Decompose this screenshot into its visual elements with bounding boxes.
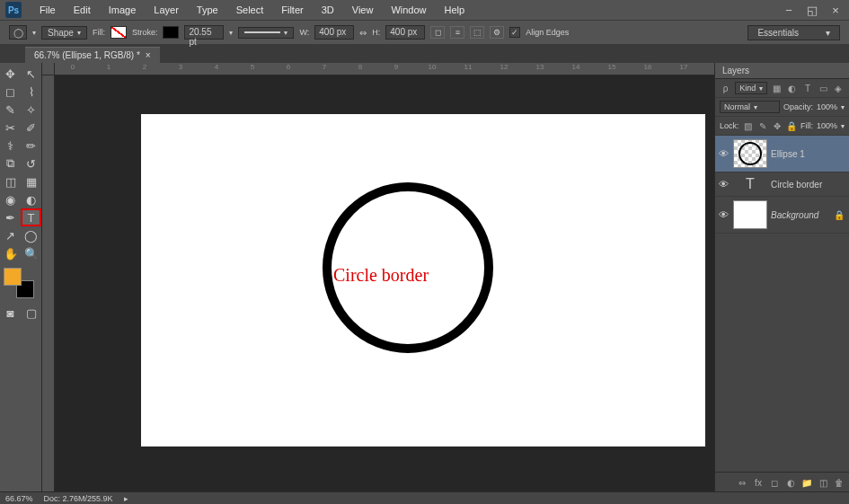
clone-tool[interactable]: ⧉: [0, 155, 21, 172]
dodge-tool[interactable]: ◐: [21, 190, 41, 208]
blend-mode-dropdown[interactable]: Normal: [720, 101, 780, 113]
layer-name[interactable]: Background: [771, 210, 829, 220]
hand-tool[interactable]: ✋: [0, 244, 21, 262]
menu-3d[interactable]: 3D: [313, 4, 343, 15]
canvas-area[interactable]: 0123456789101112131415161718192021222324…: [42, 63, 714, 492]
search-icon[interactable]: ρ: [720, 82, 731, 94]
filter-adjust-icon[interactable]: ◐: [786, 82, 798, 94]
visibility-icon[interactable]: 👁: [719, 179, 730, 190]
menu-edit[interactable]: Edit: [65, 4, 100, 15]
zoom-tool[interactable]: 🔍: [21, 244, 41, 262]
color-swatches[interactable]: [4, 268, 34, 298]
menu-filter[interactable]: Filter: [272, 4, 312, 15]
layer-ellipse[interactable]: 👁 Ellipse 1: [715, 136, 849, 172]
menu-help[interactable]: Help: [436, 4, 474, 15]
type-tool[interactable]: T: [21, 208, 41, 226]
layer-fill-value[interactable]: 100%: [817, 121, 837, 130]
healing-tool[interactable]: ⚕: [0, 137, 21, 155]
horizontal-ruler[interactable]: 0123456789101112131415161718192021222324…: [55, 63, 714, 75]
link-wh-icon[interactable]: ⇔: [359, 28, 367, 38]
layers-tab[interactable]: Layers: [715, 63, 849, 79]
shape-tool[interactable]: ◯: [21, 226, 41, 244]
visibility-icon[interactable]: 👁: [719, 209, 730, 220]
align-edges-checkbox[interactable]: ✓: [509, 27, 520, 38]
width-field[interactable]: 400 px: [314, 25, 354, 40]
opacity-value[interactable]: 100%: [817, 102, 837, 111]
close-tab-icon[interactable]: ×: [146, 50, 151, 60]
stroke-swatch[interactable]: [163, 26, 179, 39]
lock-transparent-icon[interactable]: ▨: [743, 119, 754, 132]
delete-layer-icon[interactable]: 🗑: [833, 476, 845, 489]
move-tool[interactable]: ✥: [0, 65, 21, 83]
filter-kind-dropdown[interactable]: Kind: [735, 82, 767, 94]
eyedropper-tool[interactable]: ✐: [21, 119, 41, 137]
layer-name[interactable]: Circle border: [771, 180, 845, 190]
crop-tool[interactable]: ✂: [0, 119, 21, 137]
menu-window[interactable]: Window: [382, 4, 435, 15]
pen-tool[interactable]: ✒: [0, 208, 21, 226]
link-layers-icon[interactable]: ⇔: [736, 476, 748, 489]
lasso-tool[interactable]: ⌇: [21, 83, 41, 101]
layer-thumbnail[interactable]: [733, 200, 767, 229]
canvas[interactable]: Circle border: [141, 114, 705, 447]
menu-type[interactable]: Type: [188, 4, 227, 15]
mask-icon[interactable]: ◻: [768, 476, 781, 489]
quickselect-tool[interactable]: ✎: [0, 101, 21, 119]
brush-tool[interactable]: ✏: [21, 137, 41, 155]
stroke-width-field[interactable]: 20.55 pt: [184, 25, 224, 40]
align-icon[interactable]: ≡: [450, 26, 464, 39]
path-ops-icon[interactable]: ◻: [430, 26, 445, 39]
screenmode-tool[interactable]: ▢: [21, 304, 41, 322]
maximize-button[interactable]: ◱: [804, 4, 820, 17]
workspace-selector[interactable]: Essentials▾: [747, 25, 840, 40]
text-layer-content[interactable]: Circle border: [333, 265, 429, 286]
layer-thumbnail[interactable]: [733, 139, 767, 168]
status-arrow-icon[interactable]: ▸: [124, 494, 128, 503]
menu-select[interactable]: Select: [227, 4, 273, 15]
fill-swatch[interactable]: [111, 26, 127, 39]
shape-mode-dropdown[interactable]: Shape: [41, 26, 87, 40]
lock-all-icon[interactable]: 🔒: [786, 119, 797, 132]
zoom-level[interactable]: 66.67%: [5, 494, 33, 503]
layer-text[interactable]: 👁 T Circle border: [715, 172, 849, 197]
lock-position-icon[interactable]: ✥: [772, 119, 783, 132]
align-edges-label: Align Edges: [526, 28, 569, 37]
new-layer-icon[interactable]: ◫: [817, 476, 829, 489]
filter-pixel-icon[interactable]: ▦: [771, 82, 783, 94]
filter-smart-icon[interactable]: ◈: [833, 82, 845, 94]
history-brush-tool[interactable]: ↺: [21, 155, 41, 172]
height-field[interactable]: 400 px: [385, 25, 425, 40]
gradient-tool[interactable]: ▦: [21, 172, 41, 190]
doc-size[interactable]: Doc: 2.76M/255.9K: [44, 494, 113, 503]
text-layer-icon: T: [733, 176, 767, 192]
magic-wand-tool[interactable]: ✧: [21, 101, 41, 119]
minimize-button[interactable]: −: [781, 4, 797, 17]
menu-view[interactable]: View: [343, 4, 383, 15]
filter-type-icon[interactable]: T: [801, 82, 813, 94]
foreground-color-swatch[interactable]: [4, 268, 22, 286]
close-button[interactable]: ×: [827, 4, 844, 17]
menu-layer[interactable]: Layer: [145, 4, 188, 15]
menu-file[interactable]: File: [31, 4, 65, 15]
eraser-tool[interactable]: ◫: [0, 172, 21, 190]
arrange-icon[interactable]: ⬚: [470, 26, 484, 39]
fx-icon[interactable]: fx: [752, 476, 765, 489]
path-select-tool[interactable]: ↗: [0, 226, 21, 244]
quickmask-tool[interactable]: ◙: [0, 304, 21, 322]
filter-shape-icon[interactable]: ▭: [818, 82, 829, 94]
layer-background[interactable]: 👁 Background 🔒: [715, 197, 849, 234]
marquee-tool[interactable]: ◻: [0, 83, 21, 101]
gear-icon[interactable]: ⚙: [490, 26, 504, 39]
visibility-icon[interactable]: 👁: [719, 148, 730, 159]
blur-tool[interactable]: ◉: [0, 190, 21, 208]
vertical-ruler[interactable]: [42, 75, 55, 492]
adjustment-icon[interactable]: ◐: [784, 476, 797, 489]
lock-brush-icon[interactable]: ✎: [757, 119, 768, 132]
ellipse-tool-icon[interactable]: ◯: [9, 25, 27, 40]
group-icon[interactable]: 📁: [800, 476, 813, 489]
stroke-style-dropdown[interactable]: [238, 27, 294, 39]
menu-image[interactable]: Image: [100, 4, 146, 15]
document-tab[interactable]: 66.7% (Ellipse 1, RGB/8) *×: [25, 47, 160, 63]
layer-name[interactable]: Ellipse 1: [771, 149, 845, 159]
artboard-tool[interactable]: ↖: [21, 65, 41, 83]
